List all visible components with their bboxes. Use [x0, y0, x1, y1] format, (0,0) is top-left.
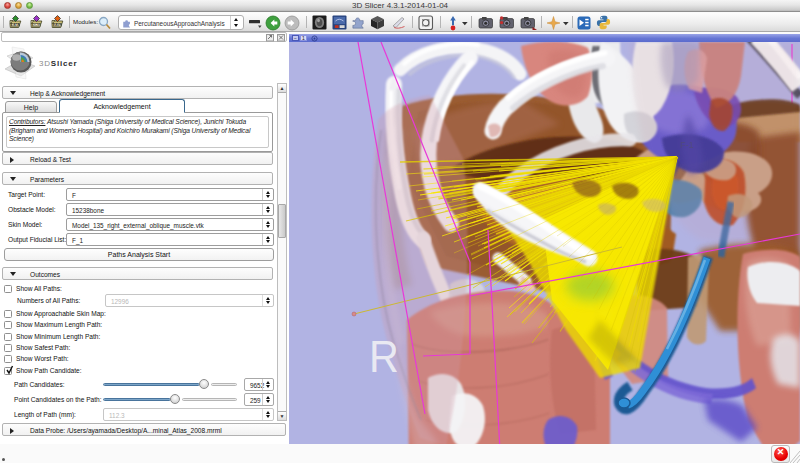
svg-text:R: R [369, 331, 399, 381]
svg-text:SAVE: SAVE [53, 23, 63, 27]
svg-text:DATA: DATA [11, 23, 20, 27]
svg-text:F-1: F-1 [680, 140, 694, 150]
svg-text:DCM: DCM [32, 23, 40, 27]
